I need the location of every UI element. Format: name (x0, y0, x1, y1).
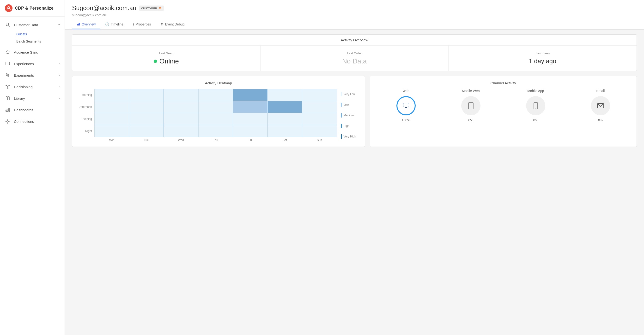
heatmap-cell-1-2 (164, 101, 198, 113)
decisioning-label: Decisioning (14, 85, 33, 89)
sidebar-nav: Customer Data ▾ Guests Batch Segments Au… (0, 17, 64, 335)
channel-grid: Web 100% Mobile Web (375, 89, 632, 122)
svg-point-1 (7, 23, 9, 25)
channel-mobile-web-label: Mobile Web (462, 89, 480, 93)
channel-web-percent: 100% (402, 118, 410, 122)
sidebar-item-customer-data[interactable]: Customer Data ▾ (0, 19, 64, 31)
sidebar-item-guests[interactable]: Guests (14, 31, 64, 38)
col-label-sat: Sat (268, 138, 302, 142)
svg-rect-28 (403, 103, 409, 107)
nav-section-customer-data: Customer Data ▾ Guests Batch Segments (0, 19, 64, 46)
heatmap-cell-0-6 (302, 89, 337, 101)
gear-icon[interactable]: ⚙ (158, 6, 162, 10)
heatmap-cell-2-3 (198, 113, 233, 125)
tablet-icon (468, 102, 474, 109)
dashboards-label: Dashboards (14, 108, 34, 112)
bottom-row: Activity Heatmap Morning (72, 76, 637, 147)
sidebar-item-experiences[interactable]: Experiences › (0, 58, 64, 70)
channel-web-label: Web (402, 89, 410, 93)
customer-subtitle: sugcon@aceik.com.au (72, 13, 637, 17)
activity-overview-title: Activity Overview (72, 35, 636, 46)
svg-rect-6 (8, 75, 9, 76)
channel-mobile-web-percent: 0% (468, 118, 473, 122)
chart-icon (77, 23, 80, 26)
svg-rect-26 (78, 24, 79, 26)
header-top: Sugcon@aceik.com.au CUSTOMER ⚙ (72, 4, 637, 12)
sidebar-item-audience-sync[interactable]: Audience Sync (0, 46, 64, 58)
channel-web: Web 100% (375, 89, 437, 122)
last-order-label: Last Order (265, 52, 444, 55)
legend-bar-very-low (341, 92, 342, 96)
heatmap-col-labels: Mon Tue Wed Thu Fri Sat Sun (77, 138, 337, 142)
heatmap-cell-2-5 (268, 113, 302, 125)
app-logo-icon (5, 4, 12, 12)
heatmap-card: Activity Heatmap Morning (72, 76, 365, 147)
heatmap-cell-0-0 (94, 89, 129, 101)
first-seen-label: First Seen (453, 52, 632, 55)
tab-properties[interactable]: ℹ Properties (128, 20, 156, 29)
tab-event-debug[interactable]: ⚙ Event Debug (156, 20, 190, 29)
heatmap-cell-1-4 (233, 101, 268, 113)
email-icon (597, 103, 604, 109)
heatmap-cell-2-0 (94, 113, 129, 125)
sidebar-item-dashboards[interactable]: Dashboards (0, 104, 64, 116)
heatmap-cell-3-2 (164, 125, 198, 137)
heatmap-cell-1-6 (302, 101, 337, 113)
legend-bar-medium (341, 113, 342, 118)
channel-email-label: Email (596, 89, 604, 93)
col-label-sun: Sun (302, 138, 337, 142)
last-order-value: No Data (265, 58, 444, 65)
channel-mobile-app: Mobile App 0% (504, 89, 567, 122)
customer-data-label: Customer Data (14, 23, 38, 27)
row-label-afternoon: Afternoon (77, 101, 94, 113)
heatmap-cell-1-3 (198, 101, 233, 113)
sidebar-item-batch-segments[interactable]: Batch Segments (14, 38, 64, 45)
audience-sync-label: Audience Sync (14, 50, 38, 54)
sidebar: CDP & Personalize Customer Data ▾ Guests… (0, 0, 65, 335)
heatmap-cell-3-6 (302, 125, 337, 137)
experiences-icon (5, 61, 10, 67)
last-seen-value: Online (77, 58, 256, 65)
svg-point-19 (6, 121, 6, 122)
svg-rect-25 (77, 24, 78, 26)
legend-medium: Medium (341, 113, 360, 118)
legend-very-high: Very High (341, 134, 360, 139)
activity-overview-card: Activity Overview Last Seen Online Last … (72, 34, 637, 71)
heatmap-cell-2-4 (233, 113, 268, 125)
tab-overview[interactable]: Overview (72, 20, 100, 29)
tab-overview-label: Overview (82, 22, 96, 26)
sidebar-item-experiments[interactable]: Experiments › (0, 70, 64, 81)
tab-timeline[interactable]: 🕐 Timeline (100, 20, 128, 29)
info-icon: ℹ (133, 22, 134, 26)
sync-icon (5, 49, 10, 55)
heatmap-legend: Very Low Low Medium High (341, 89, 360, 142)
customer-email: Sugcon@aceik.com.au (72, 4, 136, 12)
channel-mobile-web-icon-wrap (461, 96, 480, 115)
svg-rect-5 (6, 74, 7, 76)
page-tabs: Overview 🕐 Timeline ℹ Properties ⚙ Event… (72, 20, 637, 29)
col-label-thu: Thu (198, 138, 233, 142)
customer-badge: CUSTOMER ⚙ (139, 6, 164, 11)
library-label: Library (14, 96, 25, 101)
main-content: Sugcon@aceik.com.au CUSTOMER ⚙ sugcon@ac… (65, 0, 644, 335)
settings-icon: ⚙ (161, 22, 164, 26)
legend-very-low: Very Low (341, 92, 360, 96)
chevron-right-icon2: › (59, 74, 60, 77)
last-seen-label: Last Seen (77, 52, 256, 55)
sidebar-item-library[interactable]: Library › (0, 93, 64, 104)
page-header: Sugcon@aceik.com.au CUSTOMER ⚙ sugcon@ac… (65, 0, 644, 30)
experiments-icon (5, 72, 10, 78)
sidebar-logo: CDP & Personalize (0, 0, 64, 17)
heatmap-cell-0-1 (129, 89, 164, 101)
sidebar-item-connections[interactable]: Connections (0, 116, 64, 127)
person-icon (5, 22, 10, 28)
overview-last-order: Last Order No Data (260, 46, 449, 71)
sidebar-item-decisioning[interactable]: Decisioning › (0, 81, 64, 93)
library-icon (5, 95, 10, 101)
heatmap-cell-3-5 (268, 125, 302, 137)
heatmap-cell-0-4 (233, 89, 268, 101)
experiences-label: Experiences (14, 62, 34, 66)
svg-point-34 (535, 108, 536, 109)
svg-point-20 (9, 121, 10, 122)
customer-data-sub: Guests Batch Segments (0, 31, 64, 46)
